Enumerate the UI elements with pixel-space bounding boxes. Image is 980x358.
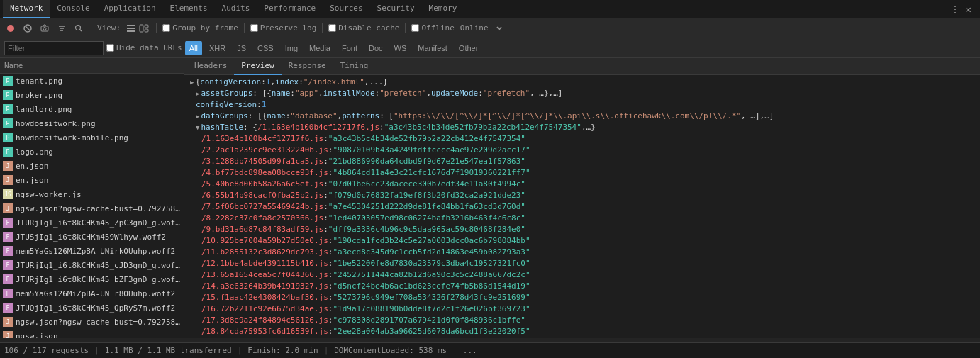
file-list: P tenant.png P broker.png P landlord.png…: [0, 74, 184, 338]
file-list-panel: Name P tenant.png P broker.png P landlor…: [0, 58, 184, 338]
img-icon: P: [3, 76, 13, 86]
filter-img-btn[interactable]: Img: [281, 41, 302, 55]
filter-js-btn[interactable]: JS: [233, 41, 250, 55]
clear-button[interactable]: [21, 22, 34, 35]
file-name: tenant.png: [16, 77, 62, 86]
svg-rect-13: [140, 25, 143, 32]
offline-checkbox[interactable]: [411, 24, 419, 32]
json-line: ▶ { configVersion : 1 , index : "/index.…: [184, 77, 980, 88]
list-item[interactable]: P howdoesitwork-mobile.png: [0, 130, 184, 145]
hide-data-urls-checkbox[interactable]: [106, 44, 114, 52]
list-item[interactable]: J ngsw.json?ngsw-cache-bust=0.7927584506…: [0, 201, 184, 216]
list-item[interactable]: J en.json: [0, 173, 184, 187]
hash-table-entry: /11.b2855132c3d8629dc793.js: "a3ecd8c345…: [184, 247, 980, 258]
disable-cache-checkbox[interactable]: [328, 24, 336, 32]
close-icon[interactable]: ✕: [966, 4, 971, 15]
group-by-frame-checkbox[interactable]: [162, 24, 170, 32]
tab-performance[interactable]: Performance: [257, 0, 323, 18]
camera-button[interactable]: [38, 22, 51, 35]
offline-checkbox-group[interactable]: Offline: [411, 23, 454, 33]
filter-other-btn[interactable]: Other: [455, 41, 483, 55]
hash-table-entry: /10.925be7004a59b27d50e0.js: "190cda1fcd…: [184, 235, 980, 247]
view-list-icon[interactable]: [126, 23, 138, 33]
svg-rect-15: [145, 29, 148, 32]
filter-manifest-btn[interactable]: Manifest: [413, 41, 452, 55]
list-item[interactable]: J ngsw.json: [0, 329, 184, 338]
img-icon: P: [3, 90, 13, 100]
tab-console[interactable]: Console: [50, 0, 96, 18]
tab-sources[interactable]: Sources: [323, 0, 369, 18]
tab-security[interactable]: Security: [370, 0, 422, 18]
list-item[interactable]: J ngsw.json?ngsw-cache-bust=0.7927584506…: [0, 315, 184, 329]
preserve-log-checkbox[interactable]: [250, 24, 258, 32]
tab-elements[interactable]: Elements: [163, 0, 215, 18]
filter-ws-btn[interactable]: WS: [390, 41, 411, 55]
list-item[interactable]: F mem5YaGs126MiZpBA-UNirkOUuhp.woff2: [0, 244, 184, 258]
hash-value: "4b864cd11a4e3c21cfc1676d7f19019360221ff…: [333, 167, 530, 179]
file-name: ngsw.json: [16, 332, 58, 339]
hash-table-entry: /1.163e4b100b4cf12717f6.js: "a3c43b5c4b3…: [184, 133, 980, 145]
filter-media-btn[interactable]: Media: [305, 41, 335, 55]
response-tab-headers[interactable]: Headers: [187, 58, 234, 75]
tab-memory[interactable]: Memory: [422, 0, 464, 18]
img-icon: P: [3, 147, 13, 157]
hash-key: /17.3d8e9a24f84894c56126.js: [201, 315, 328, 326]
record-button[interactable]: [4, 22, 17, 35]
tab-network[interactable]: Network: [3, 0, 50, 18]
list-item[interactable]: P tenant.png: [0, 74, 184, 88]
list-item[interactable]: F mem5YaGs126MiZpBA-UN_r8OUuhp.woff2: [0, 286, 184, 301]
list-item[interactable]: P howdoesitwork.png: [0, 116, 184, 130]
preserve-log-checkbox-group[interactable]: Preserve log: [250, 23, 316, 33]
list-item[interactable]: F JTUQjIg1_i6t8kCHKm45_QpRyS7m.woff2: [0, 301, 184, 315]
list-item[interactable]: F JTUSjIg1_i6t8kCHKm459Wlhyw.woff2: [0, 230, 184, 244]
filter-font-btn[interactable]: Font: [338, 41, 362, 55]
transferred-size: 1.1 MB / 1.1 MB transferred: [105, 346, 232, 355]
list-item[interactable]: F JTURjIg1_i6t8kCHKm45_cJD3gnD_g.woff2: [0, 258, 184, 272]
hash-key: /2.2ac1a239cc9ee3132240b.js: [201, 145, 328, 156]
hash-value: "24527511444ca82b12d6a90c3c5c2488a667dc2…: [333, 269, 530, 281]
list-item[interactable]: JS ngsw-worker.js: [0, 187, 184, 201]
response-tab-response[interactable]: Response: [282, 58, 333, 75]
top-tab-bar: Network Console Application Elements Aud…: [0, 0, 980, 18]
file-name: en.json: [16, 176, 48, 185]
filter-xhr-btn[interactable]: XHR: [205, 41, 230, 55]
json-icon: J: [3, 203, 13, 213]
json-icon: J: [3, 161, 13, 171]
response-tab-preview[interactable]: Preview: [234, 58, 281, 75]
view-tree-icon[interactable]: [139, 23, 150, 33]
tab-audits[interactable]: Audits: [215, 0, 257, 18]
hash-key: /6.55b14b98cacf0fba25b2.js: [201, 190, 323, 201]
hide-data-urls-checkbox-group[interactable]: Hide data URLs: [106, 43, 182, 52]
hash-table-entry: /7.5f06bc0727a55469424b.js: "a7e45304251…: [184, 201, 980, 213]
font-icon: F: [3, 218, 13, 228]
filter-doc-btn[interactable]: Doc: [364, 41, 387, 55]
hash-key: /10.925be7004a59b27d50e0.js: [201, 235, 328, 247]
hash-key: /4.bf77bdc898ea08bcce93f.js: [201, 167, 328, 179]
search-button[interactable]: [72, 22, 85, 35]
filter-toggle-button[interactable]: [55, 22, 68, 35]
list-item[interactable]: J en.json: [0, 159, 184, 173]
list-item[interactable]: P logo.png: [0, 145, 184, 159]
hash-table-entry: /5.40be8d00b58a26a6c5ef.js: "07d01be6cc2…: [184, 179, 980, 190]
font-icon: F: [3, 232, 13, 242]
more-options-icon[interactable]: ⋮: [950, 4, 960, 15]
network-throttle-chevron[interactable]: [493, 22, 506, 35]
network-toolbar: View: Group by frame Preserve log Disabl…: [0, 18, 980, 38]
file-name: ngsw.json?ngsw-cache-bust=0.792758450615…: [16, 318, 181, 327]
filter-all-btn[interactable]: All: [185, 41, 202, 55]
filter-input[interactable]: [4, 41, 104, 55]
hash-key: /7.5f06bc0727a55469424b.js: [201, 201, 323, 213]
file-name: JTURjIg1_i6t8kCHKm45_cJD3gnD_g.woff2: [16, 261, 181, 270]
img-icon: P: [3, 118, 13, 128]
tab-application[interactable]: Application: [97, 0, 163, 18]
list-item[interactable]: P broker.png: [0, 88, 184, 102]
response-content[interactable]: ▶ { configVersion : 1 , index : "/index.…: [184, 75, 980, 338]
list-item[interactable]: F JTURjIg1_i6t8kCHKm45_bZF3gnD_g.woff2: [0, 272, 184, 286]
response-tab-timing[interactable]: Timing: [333, 58, 376, 75]
group-by-frame-checkbox-group[interactable]: Group by frame: [162, 23, 238, 33]
file-name: ngsw.json?ngsw-cache-bust=0.792758450615…: [16, 204, 181, 213]
filter-css-btn[interactable]: CSS: [253, 41, 278, 55]
list-item[interactable]: F JTURjIg1_i6t8kCHKm45_ZpC3gnD_g.woff2: [0, 216, 184, 230]
list-item[interactable]: P landlord.png: [0, 102, 184, 116]
disable-cache-checkbox-group[interactable]: Disable cache: [328, 23, 399, 33]
